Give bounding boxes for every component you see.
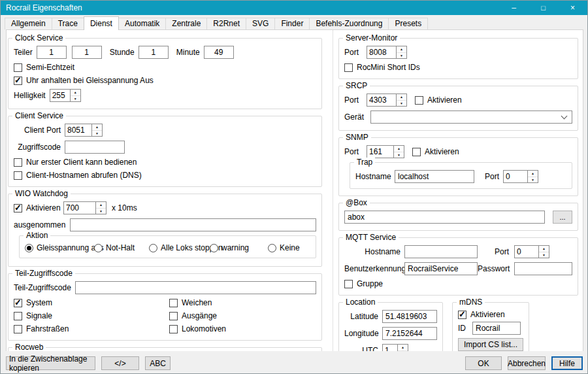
client-hostnamen-checkbox[interactable]: Client-Hostnamen abrufen (DNS) [14,171,316,180]
uhr-anhalten-checkbox[interactable]: Uhr anhalten bei Gleisspannung Aus [14,76,316,85]
spin-down-icon[interactable]: ▼ [96,209,106,214]
code-view-button[interactable]: </> [101,356,139,370]
spin-down-icon[interactable]: ▼ [71,96,80,102]
spin-up-icon[interactable]: ▲ [71,90,80,96]
minute-input[interactable] [204,46,234,59]
spinner-buttons[interactable]: ▲ ▼ [538,246,549,258]
checkbox-box[interactable] [458,311,466,319]
checkbox-box[interactable] [14,171,22,180]
spin-down-icon[interactable]: ▼ [397,53,406,59]
close-button[interactable]: × [558,1,587,15]
teiler-input-1[interactable] [37,46,67,59]
srcp-aktivieren-checkbox[interactable]: Aktivieren [415,95,462,105]
spin-up-icon[interactable]: ▲ [397,94,406,101]
spinner-buttons[interactable]: ▲ ▼ [396,94,406,106]
spinner-buttons[interactable]: ▲ ▼ [527,171,538,182]
checkbox-box[interactable] [169,312,178,320]
trap-port-input[interactable] [504,171,527,182]
tab-allgemein[interactable]: Allgemein [5,18,52,29]
tab-r2rnet[interactable]: R2Rnet [206,18,246,29]
nur-erster-client-checkbox[interactable]: Nur erster Client kann bedienen [14,158,316,167]
benutzerkennung-input[interactable] [404,262,478,275]
system-checkbox[interactable]: System [14,298,169,307]
helligkeit-spinner[interactable]: ▲ ▼ [50,89,81,102]
wio-aktivieren-checkbox[interactable]: Aktivieren [14,203,63,212]
monitor-port-input[interactable] [367,46,396,58]
signale-checkbox[interactable]: Signale [14,311,169,320]
checkbox-box[interactable] [14,325,22,333]
tab-automatik[interactable]: Automatik [118,18,166,29]
radio-circle[interactable] [149,244,157,252]
title-bar[interactable]: Rocrail Eigenschaften – □ × [1,1,587,15]
spin-up-icon[interactable]: ▲ [96,202,106,209]
semi-echtzeit-checkbox[interactable]: Semi-Echtzeit [14,63,316,72]
helligkeit-input[interactable] [50,90,70,101]
tab-finder[interactable]: Finder [274,18,310,29]
checkbox-box[interactable] [14,158,22,167]
wio-interval-input[interactable] [64,202,95,214]
spin-up-icon[interactable]: ▲ [394,146,404,152]
srcp-port-spinner[interactable]: ▲ ▼ [367,94,407,107]
radio-circle[interactable] [94,244,103,252]
spin-down-icon[interactable]: ▼ [397,101,406,107]
ausgenommen-input[interactable] [70,218,316,231]
checkbox-box[interactable] [14,63,22,72]
ok-button[interactable]: OK [465,356,502,370]
rocmini-short-ids-checkbox[interactable]: RocMini Short IDs [344,63,572,72]
spin-up-icon[interactable]: ▲ [398,345,408,351]
mqtt-port-input[interactable] [515,246,538,258]
gruppe-checkbox[interactable]: Gruppe [344,279,572,288]
checkbox-box[interactable] [14,76,22,85]
mqtt-hostname-input[interactable] [404,245,478,258]
stunde-input[interactable] [139,46,169,59]
help-button[interactable]: Hilfe [551,356,583,370]
spin-down-icon[interactable]: ▼ [394,152,404,158]
aktion-radio-not-halt[interactable]: Not-Halt [94,243,149,252]
passwort-input[interactable] [514,262,572,275]
abox-input[interactable] [344,211,545,224]
spin-down-icon[interactable]: ▼ [539,252,549,258]
teil-zugriffscode-input[interactable] [75,281,316,294]
spin-up-icon[interactable]: ▲ [92,124,102,131]
spin-down-icon[interactable]: ▼ [92,131,102,137]
maximize-button[interactable]: □ [529,1,558,15]
monitor-port-spinner[interactable]: ▲ ▼ [367,46,407,59]
radio-circle[interactable] [25,244,33,252]
minimize-button[interactable]: – [499,1,529,15]
checkbox-box[interactable] [14,312,22,320]
tab-zentrale[interactable]: Zentrale [165,18,207,29]
checkbox-box[interactable] [169,299,178,307]
abc-button[interactable]: ABC [145,356,171,370]
checkbox-box[interactable] [344,63,353,72]
snmp-port-input[interactable] [367,146,393,158]
checkbox-box[interactable] [412,148,421,156]
mdns-id-input[interactable] [472,322,521,335]
geraet-select[interactable] [370,110,572,124]
lokomotiven-checkbox[interactable]: Lokomotiven [169,324,226,333]
spin-down-icon[interactable]: ▼ [528,177,538,183]
longitude-input[interactable] [382,327,437,340]
aktion-radio-gleisspannung-aus[interactable]: Gleisspannung aus [25,243,94,252]
trap-port-spinner[interactable]: ▲ ▼ [503,170,538,183]
spinner-buttons[interactable]: ▲ ▼ [70,90,80,101]
tab-befehls-zuordnung[interactable]: Befehls-Zuordnung [309,18,389,29]
spinner-buttons[interactable]: ▲ ▼ [393,146,404,158]
checkbox-box[interactable] [415,96,423,105]
checkbox-box[interactable] [169,325,178,333]
trap-hostname-input[interactable] [395,170,474,183]
client-port-spinner[interactable]: ▲ ▼ [65,124,103,137]
radio-circle[interactable] [210,244,218,252]
spinner-buttons[interactable]: ▲ ▼ [396,46,406,58]
spin-up-icon[interactable]: ▲ [397,46,406,53]
tab-svg[interactable]: SVG [246,18,275,29]
weichen-checkbox[interactable]: Weichen [169,298,226,307]
snmp-aktivieren-checkbox[interactable]: Aktivieren [412,147,459,156]
radio-circle[interactable] [268,244,276,252]
spin-up-icon[interactable]: ▲ [539,246,549,252]
spinner-buttons[interactable]: ▲ ▼ [95,202,106,214]
zugriffscode-input[interactable] [65,141,125,154]
tab-dienst[interactable]: Dienst [84,16,119,30]
spinner-buttons[interactable]: ▲ ▼ [91,124,102,136]
client-port-input[interactable] [65,124,91,136]
ausgaenge-checkbox[interactable]: Ausgänge [169,311,226,320]
